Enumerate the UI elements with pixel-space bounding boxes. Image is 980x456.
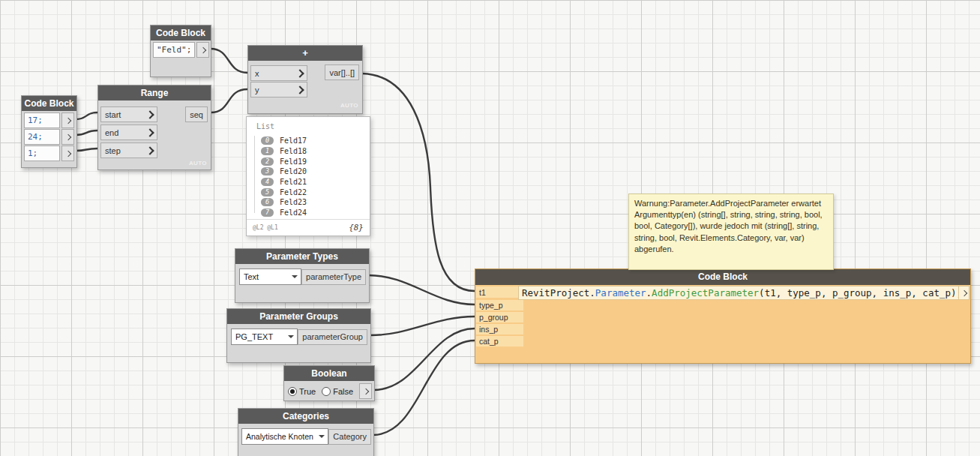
parameter-group-dropdown[interactable]: PG_TEXT [231, 328, 298, 345]
wire-bool-to-ins_p[interactable] [373, 328, 475, 390]
wire-range-to-plus-y[interactable] [211, 89, 247, 112]
node-parameter-groups[interactable]: Parameter Groups PG_TEXT parameterGroup [226, 308, 371, 363]
node-title[interactable]: Code Block [22, 96, 76, 111]
code-line-input[interactable]: 17; [24, 112, 60, 128]
item-index-badge: 6 [261, 198, 274, 206]
radio-true[interactable]: True [288, 387, 316, 396]
port-arrow-icon [64, 150, 70, 156]
list-count-label: {8} [349, 223, 364, 232]
item-value: Feld24 [280, 208, 307, 217]
list-item: 6Feld23 [247, 197, 370, 208]
input-port-ins_p[interactable]: ins_p [476, 324, 523, 334]
input-port-start[interactable]: start [100, 106, 157, 122]
node-title[interactable]: Parameter Types [235, 249, 369, 264]
port-label: end [105, 128, 118, 137]
radio-icon [288, 387, 297, 396]
item-index-badge: 7 [261, 208, 274, 217]
wire-val-to-range-step[interactable] [76, 148, 97, 151]
list-levels-label[interactable]: @L2 @L1 [253, 224, 278, 231]
chevron-down-icon [288, 335, 294, 338]
item-value: Feld19 [280, 158, 307, 166]
output-port-parameterGroup[interactable]: parameterGroup [298, 329, 367, 345]
item-value: Feld17 [280, 136, 307, 145]
item-index-badge: 3 [261, 167, 274, 176]
item-value: Feld21 [280, 178, 307, 186]
node-plus[interactable]: + x y var[]..[] AUTO [247, 45, 363, 114]
output-port-var[interactable]: var[]..[] [325, 64, 359, 80]
input-port-x[interactable]: x [250, 65, 307, 81]
port-label: type_p [479, 301, 503, 310]
chevron-down-icon [319, 435, 325, 438]
wire-val-to-range-start[interactable] [76, 112, 97, 119]
wire-plus-to-t1[interactable] [362, 74, 475, 291]
port-label: cat_p [479, 337, 499, 346]
radio-false[interactable]: False [322, 387, 353, 396]
node-code-block-main[interactable]: Code Block t1 type_p p_group ins_p cat_p… [475, 268, 971, 364]
code-line-input[interactable]: "Feld"; [153, 42, 195, 58]
output-port[interactable] [61, 146, 74, 161]
port-arrow-icon [295, 86, 304, 94]
node-range[interactable]: Range start end step seq AUTO [97, 85, 211, 170]
port-arrow-icon [64, 134, 70, 140]
input-port-end[interactable]: end [100, 124, 157, 140]
lacing-indicator[interactable]: AUTO [189, 160, 207, 166]
output-port-seq[interactable]: seq [185, 106, 208, 122]
list-item: 1Feld18 [247, 146, 370, 157]
port-label: parameterType [306, 272, 361, 281]
node-categories[interactable]: Categories Analytische Knoten Category [238, 408, 374, 456]
code-line-input[interactable]: RevitProject.Parameter.AddProjectParamet… [518, 286, 960, 300]
output-port[interactable] [958, 286, 970, 300]
output-port[interactable] [61, 112, 74, 128]
node-title[interactable]: Parameter Groups [227, 309, 370, 324]
input-port-t1[interactable]: t1 [476, 286, 523, 298]
input-port-cat_p[interactable]: cat_p [476, 336, 523, 346]
node-title[interactable]: Boolean [284, 366, 374, 381]
output-port[interactable] [61, 129, 74, 145]
input-port-type_p[interactable]: type_p [476, 300, 523, 310]
port-label: p_group [479, 313, 508, 322]
wire-feld-to-plus-x[interactable] [211, 49, 247, 73]
wire-type-to-type_p[interactable] [368, 275, 475, 304]
item-value: Feld23 [280, 198, 307, 206]
port-arrow-icon [64, 117, 70, 123]
code-token-namespace: RevitProject. [522, 287, 595, 298]
wire-val-to-range-end[interactable] [76, 130, 97, 135]
code-token-method: AddProjectParameter [652, 287, 759, 298]
node-title[interactable]: Categories [238, 409, 373, 424]
node-title[interactable]: Range [98, 86, 211, 100]
list-item: 7Feld24 [247, 208, 370, 218]
output-port[interactable] [359, 383, 372, 399]
node-parameter-types[interactable]: Parameter Types Text parameterType [235, 248, 370, 303]
radio-label: False [333, 387, 353, 396]
input-port-p_group[interactable]: p_group [476, 312, 523, 322]
parameter-type-dropdown[interactable]: Text [239, 268, 301, 285]
dropdown-value: PG_TEXT [235, 332, 273, 341]
node-boolean[interactable]: Boolean True False [283, 365, 375, 401]
port-label: x [255, 69, 259, 78]
node-title[interactable]: Code Block [151, 26, 211, 40]
input-port-y[interactable]: y [250, 82, 307, 98]
warning-text: Warnung:Parameter.AddProjectParameter er… [634, 199, 823, 254]
node-title[interactable]: + [248, 46, 362, 61]
dynamo-canvas[interactable]: Code Block "Feld"; Code Block 17; 24; 1; [0, 0, 980, 456]
output-port-category[interactable]: Category [328, 429, 371, 445]
code-token-class: Parameter [595, 287, 646, 298]
item-value: Feld18 [280, 147, 307, 155]
lacing-indicator[interactable]: AUTO [340, 102, 358, 109]
node-code-block-values[interactable]: Code Block 17; 24; 1; [21, 95, 77, 168]
list-item: 4Feld21 [247, 177, 370, 188]
list-preview-bubble[interactable]: List 0Feld17 1Feld18 2Feld19 3Feld20 4Fe… [246, 116, 370, 236]
input-port-step[interactable]: step [100, 142, 157, 158]
code-line-input[interactable]: 1; [24, 146, 60, 161]
categories-dropdown[interactable]: Analytische Knoten [241, 428, 328, 445]
list-item: 5Feld22 [247, 187, 370, 197]
node-code-block-feld[interactable]: Code Block "Feld"; [150, 25, 211, 77]
port-arrow-icon [145, 128, 154, 136]
item-index-badge: 1 [261, 147, 274, 155]
list-type-label: List [256, 122, 370, 130]
port-label: seq [190, 110, 203, 119]
output-port[interactable] [196, 42, 209, 58]
node-title[interactable]: Code Block [475, 269, 970, 285]
code-line-input[interactable]: 24; [24, 129, 60, 145]
output-port-parameterType[interactable]: parameterType [301, 269, 366, 285]
